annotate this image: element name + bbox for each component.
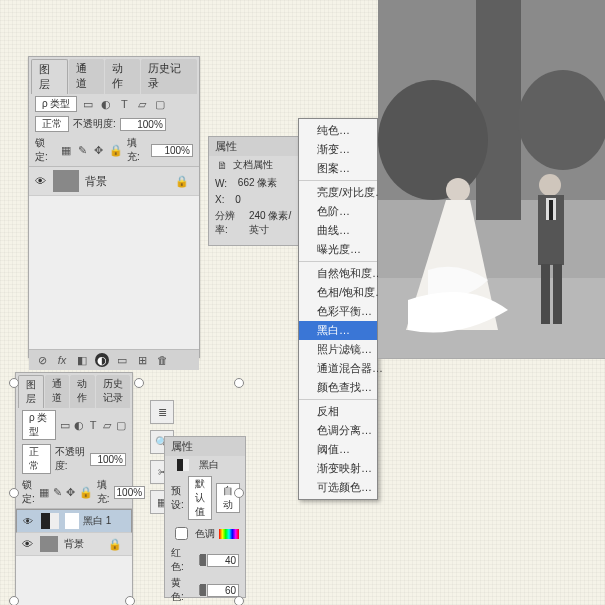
text-tool-icon[interactable]: ≣ [150,400,174,424]
lock-trans-icon[interactable]: ▦ [59,143,72,157]
menu-item[interactable]: 照片滤镜… [299,340,377,359]
res-value: 240 像素/英寸 [249,209,293,237]
trash-icon[interactable]: 🗑 [155,353,169,367]
filter-adjust-icon[interactable]: ◐ [99,97,113,111]
menu-item[interactable]: 颜色查找… [299,378,377,397]
menu-item[interactable]: 曝光度… [299,240,377,259]
adjust-icon[interactable]: ◐ [95,353,109,367]
w-value: 662 像素 [238,176,277,190]
selection-handle[interactable] [134,378,144,388]
fill-label: 填充: [127,136,147,164]
opacity-input[interactable]: 100% [120,118,166,131]
menu-item[interactable]: 阈值… [299,440,377,459]
visibility-icon[interactable]: 👁 [33,175,47,187]
mask-icon[interactable]: ◧ [75,353,89,367]
tab-actions[interactable]: 动作 [105,59,140,94]
svg-rect-12 [549,200,553,220]
layer-list-2[interactable]: 👁 黑白 1 👁 背景 🔒 [16,508,132,605]
selection-handle[interactable] [234,378,244,388]
filter-shape-icon[interactable]: ▱ [135,97,149,111]
bw-icon [177,459,189,471]
layers-tabs[interactable]: 图层 通道 动作 历史记录 [29,57,199,94]
layer-list[interactable]: 👁 背景 🔒 [29,166,199,349]
opacity2-input[interactable]: 100% [90,453,126,466]
selection-handle[interactable] [234,488,244,498]
lock-pixel-icon[interactable]: ✎ [76,143,89,157]
adjustment-menu[interactable]: 纯色…渐变…图案…亮度/对比度…色阶…曲线…曝光度…自然饱和度…色相/饱和度…色… [298,118,378,500]
menu-item[interactable]: 色相/饱和度… [299,283,377,302]
fill2-input[interactable]: 100% [114,486,146,499]
menu-item[interactable]: 反相 [299,402,377,421]
menu-item[interactable]: 色调分离… [299,421,377,440]
tab2-actions[interactable]: 动作 [70,375,94,408]
tab-history[interactable]: 历史记录 [141,59,197,94]
layers-panel[interactable]: 图层 通道 动作 历史记录 ρ 类型 ▭ ◐ T ▱ ▢ 正常 不透明度: 10… [28,56,200,358]
tab-layers[interactable]: 图层 [31,59,68,94]
filter-pixel-icon[interactable]: ▭ [81,97,95,111]
w-label: W: [215,178,227,189]
link-icon[interactable]: ⊘ [35,353,49,367]
selection-handle[interactable] [9,488,19,498]
wedding-photo [378,0,605,359]
slider-value[interactable]: 60 [207,584,239,597]
layer-row-background-2[interactable]: 👁 背景 🔒 [16,533,132,556]
layer-row-bw[interactable]: 👁 黑白 1 [16,509,132,533]
mask-thumbnail[interactable] [65,513,79,529]
tab2-history[interactable]: 历史记录 [96,375,130,408]
layers-panel-2[interactable]: 图层 通道 动作 历史记录 ρ 类型 ▭◐T▱▢ 正常 不透明度: 100% 锁… [15,372,133,602]
menu-item[interactable]: 纯色… [299,121,377,140]
tint-checkbox[interactable] [175,527,188,540]
lock-pos-icon[interactable]: ✥ [92,143,105,157]
menu-item[interactable]: 黑白… [299,321,377,340]
filter-smart-icon[interactable]: ▢ [153,97,167,111]
slider-track[interactable] [199,585,201,595]
selection-handle[interactable] [234,596,244,605]
new-icon[interactable]: ⊞ [135,353,149,367]
slider-label: 黄色: [171,576,193,604]
layer-thumbnail[interactable] [53,170,79,192]
menu-item[interactable]: 色阶… [299,202,377,221]
layer2-kind-select[interactable]: ρ 类型 [22,410,56,440]
menu-item[interactable]: 亮度/对比度… [299,183,377,202]
bw-title: 属性 [171,439,193,454]
tab2-channels[interactable]: 通道 [45,375,69,408]
visibility-icon[interactable]: 👁 [21,516,35,527]
layer-kind-select[interactable]: ρ 类型 [35,96,77,112]
blend2-select[interactable]: 正常 [22,444,51,474]
layer-row-background[interactable]: 👁 背景 🔒 [29,167,199,196]
svg-point-4 [518,70,605,170]
layer2-name: 背景 [64,537,84,551]
tab2-layers[interactable]: 图层 [18,375,44,408]
layers2-tabs[interactable]: 图层 通道 动作 历史记录 [16,373,132,408]
res-label: 分辨率: [215,209,238,237]
menu-item[interactable]: 色彩平衡… [299,302,377,321]
selection-handle[interactable] [9,378,19,388]
bw-thumbnail[interactable] [41,513,59,529]
menu-item[interactable]: 图案… [299,159,377,178]
tint-swatch[interactable] [219,529,239,539]
menu-item[interactable]: 通道混合器… [299,359,377,378]
menu-item[interactable]: 渐变… [299,140,377,159]
group-icon[interactable]: ▭ [115,353,129,367]
layer2-thumbnail[interactable] [40,536,58,552]
layers-footer: ⊘ fx ◧ ◐ ▭ ⊞ 🗑 [29,349,199,370]
visibility-icon[interactable]: 👁 [20,538,34,550]
slider-label: 红色: [171,546,193,574]
fill-input[interactable]: 100% [151,144,193,157]
bw-properties-panel[interactable]: 属性 黑白 预设: 默认值 自动 色调 红色:40黄色:60绿色:40青色:60… [164,436,246,598]
fx-icon[interactable]: fx [55,353,69,367]
lock-all-icon[interactable]: 🔒 [109,143,123,157]
menu-item[interactable]: 自然饱和度… [299,264,377,283]
menu-item[interactable]: 渐变映射… [299,459,377,478]
slider-value[interactable]: 40 [207,554,239,567]
blend-mode-select[interactable]: 正常 [35,116,69,132]
preset-select[interactable]: 默认值 [188,476,212,520]
filter-type-icon[interactable]: T [117,97,131,111]
menu-item[interactable]: 曲线… [299,221,377,240]
tab-channels[interactable]: 通道 [69,59,104,94]
selection-handle[interactable] [125,596,135,605]
menu-item[interactable]: 可选颜色… [299,478,377,497]
properties-panel[interactable]: 属性 🗎文档属性 W: 662 像素 X: 0 分辨率: 240 像素/英寸 [208,136,300,246]
slider-track[interactable] [199,555,201,565]
selection-handle[interactable] [9,596,19,605]
